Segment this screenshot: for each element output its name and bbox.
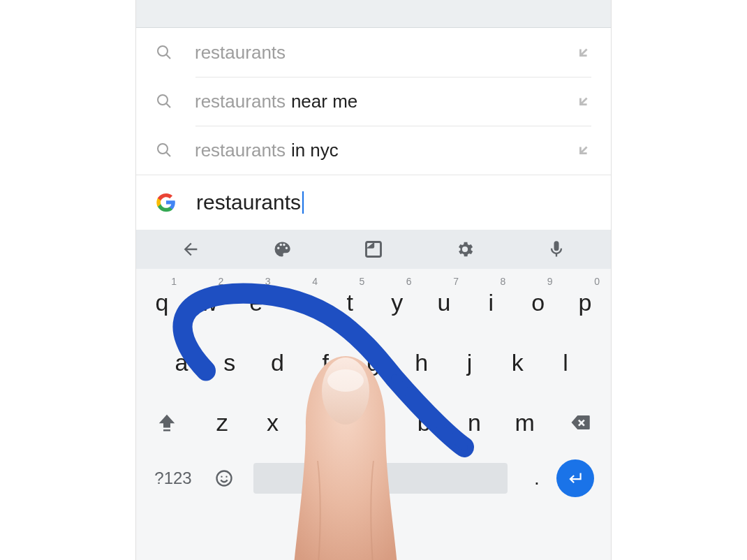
phone-frame: restaurants restaurants near me restaura… — [136, 0, 611, 560]
key-f[interactable]: f — [305, 339, 346, 386]
key-t[interactable]: 5t — [330, 279, 370, 326]
period-key[interactable]: . — [517, 459, 556, 498]
key-o[interactable]: 9o — [518, 279, 559, 326]
key-i[interactable]: 8i — [471, 279, 511, 326]
key-d[interactable]: d — [258, 339, 298, 386]
svg-point-9 — [221, 476, 222, 478]
key-j[interactable]: j — [450, 339, 490, 386]
key-u[interactable]: 7u — [424, 279, 464, 326]
key-p[interactable]: 0p — [565, 279, 605, 326]
sticker-icon[interactable] — [364, 240, 383, 259]
text-caret — [302, 191, 304, 214]
microphone-icon[interactable] — [547, 240, 566, 259]
keyboard-toolbar — [136, 230, 611, 269]
insert-suggestion-icon[interactable] — [576, 142, 591, 158]
key-y[interactable]: 6y — [377, 279, 417, 326]
backspace-key[interactable] — [555, 403, 605, 442]
key-w[interactable]: 2w — [188, 279, 229, 326]
search-input[interactable]: restaurants — [196, 191, 304, 214]
suggestion-row[interactable]: restaurants in nyc — [136, 126, 611, 175]
svg-point-0 — [158, 46, 168, 56]
key-r[interactable]: 4r — [283, 279, 323, 326]
status-bar — [136, 0, 611, 28]
key-m[interactable]: m — [505, 399, 545, 446]
key-n[interactable]: n — [454, 399, 495, 446]
svg-point-8 — [217, 471, 232, 486]
google-logo-icon — [156, 192, 177, 213]
gear-icon[interactable] — [455, 240, 475, 259]
svg-line-3 — [167, 104, 171, 108]
keyboard-row-2: a s d f g h j k l — [142, 339, 605, 386]
key-q[interactable]: 1q — [142, 279, 182, 326]
enter-key[interactable] — [556, 459, 594, 497]
key-a[interactable]: a — [161, 339, 202, 386]
search-input-row[interactable]: restaurants — [136, 175, 611, 230]
suggestion-text: restaurants near me — [195, 91, 576, 112]
key-k[interactable]: k — [497, 339, 538, 386]
suggestion-text: restaurants in nyc — [195, 140, 576, 161]
svg-rect-7 — [163, 429, 170, 432]
key-b[interactable]: b — [404, 399, 444, 446]
symbols-key[interactable]: ?123 — [142, 459, 205, 498]
suggestion-text: restaurants — [195, 42, 576, 64]
search-suggestions: restaurants restaurants near me restaura… — [136, 28, 611, 175]
keyboard-row-1: 1q 2w 3e 4r 5t 6y 7u 8i 9o 0p — [142, 279, 605, 326]
keyboard-row-3: z x c v b n m — [142, 399, 605, 446]
svg-point-10 — [225, 476, 227, 478]
keyboard: 1q 2w 3e 4r 5t 6y 7u 8i 9o 0p a s d f g … — [136, 269, 611, 560]
key-s[interactable]: s — [209, 339, 250, 386]
key-x[interactable]: x — [253, 399, 293, 446]
suggestion-row[interactable]: restaurants — [136, 28, 611, 77]
search-icon — [156, 44, 172, 61]
key-v[interactable]: v — [353, 399, 394, 446]
svg-line-5 — [167, 153, 171, 157]
shift-key[interactable] — [142, 403, 192, 442]
key-c[interactable]: c — [303, 399, 343, 446]
search-icon — [156, 93, 172, 110]
svg-point-4 — [158, 144, 168, 154]
svg-line-1 — [167, 55, 171, 59]
svg-point-2 — [158, 95, 168, 105]
key-e[interactable]: 3e — [236, 279, 276, 326]
suggestion-row[interactable]: restaurants near me — [136, 77, 611, 126]
key-z[interactable]: z — [202, 399, 242, 446]
palette-icon[interactable] — [272, 240, 292, 259]
key-l[interactable]: l — [545, 339, 586, 386]
insert-suggestion-icon[interactable] — [576, 94, 591, 109]
key-h[interactable]: h — [401, 339, 442, 386]
keyboard-row-4: ?123 . — [142, 459, 605, 498]
spacebar[interactable] — [253, 463, 508, 494]
back-arrow-icon[interactable] — [181, 240, 200, 259]
key-g[interactable]: g — [353, 339, 394, 386]
emoji-key[interactable] — [205, 459, 244, 498]
search-icon — [156, 142, 172, 159]
insert-suggestion-icon[interactable] — [576, 45, 591, 60]
